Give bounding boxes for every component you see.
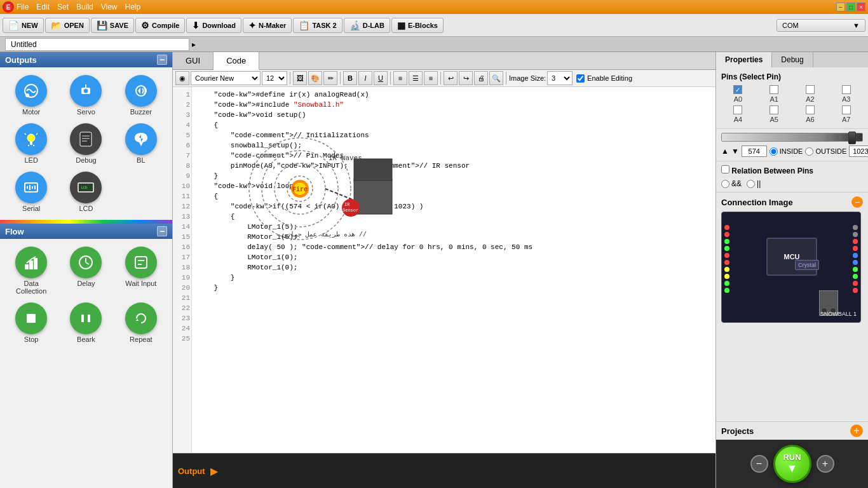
value-input[interactable] [742, 146, 767, 157]
flow-item-repeat[interactable]: Repeat [115, 300, 167, 346]
flow-item-stop[interactable]: Stop [5, 300, 57, 346]
file-tab-icon[interactable]: ▸ [192, 40, 196, 49]
tab-debug[interactable]: Debug [772, 52, 813, 67]
pin-item-a2[interactable]: A2 [794, 85, 827, 103]
relation-checkbox[interactable] [721, 165, 729, 173]
dlab-button[interactable]: 🔬 D-LAB [344, 18, 390, 33]
italic-button[interactable]: I [358, 71, 372, 85]
align-right-button[interactable]: ≡ [424, 71, 438, 85]
value-slider[interactable] [721, 133, 863, 142]
close-button[interactable]: × [857, 3, 865, 11]
align-left-button[interactable]: ≡ [393, 71, 407, 85]
save-icon: 💾 [97, 20, 107, 30]
redo-button[interactable]: ↪ [459, 71, 473, 85]
val-down-arrow[interactable]: ▼ [731, 147, 739, 156]
outside-radio[interactable] [805, 147, 813, 156]
run-minus-button[interactable]: − [750, 455, 768, 473]
pipe-pipe-radio[interactable] [747, 180, 755, 188]
pin-item-a5[interactable]: A5 [757, 105, 791, 123]
projects-add-button[interactable]: + [850, 424, 863, 437]
insert-image-button[interactable]: 🖼 [293, 71, 307, 85]
menu-build[interactable]: Build [76, 3, 93, 11]
output-item-servo[interactable]: Servo [60, 72, 112, 118]
flow-item-beark[interactable]: Beark [60, 300, 112, 346]
fmt-marker-button[interactable]: ◉ [175, 71, 189, 85]
pin-checkbox-a0[interactable] [733, 85, 742, 94]
connection-collapse-button[interactable]: − [851, 196, 863, 208]
file-name-input[interactable] [5, 38, 189, 51]
output-item-buzzer[interactable]: Buzzer [115, 72, 167, 118]
search-button[interactable]: 🔍 [489, 71, 503, 85]
menu-file[interactable]: File [17, 3, 29, 11]
pin-item-a4[interactable]: A4 [721, 105, 755, 123]
pin-item-a3[interactable]: A3 [829, 85, 863, 103]
outputs-collapse-button[interactable]: − [157, 55, 167, 65]
new-button[interactable]: 📄 NEW [3, 18, 44, 33]
minimize-button[interactable]: − [836, 3, 845, 11]
undo-button[interactable]: ↩ [444, 71, 458, 85]
enable-editing-checkbox[interactable] [576, 74, 585, 83]
pin-checkbox-a6[interactable] [806, 105, 815, 114]
pin-checkbox-a7[interactable] [842, 105, 851, 114]
download-icon: ⬇ [192, 20, 200, 30]
print-button[interactable]: 🖨 [474, 71, 488, 85]
projects-title: Projects [721, 426, 754, 436]
pin-checkbox-a5[interactable] [770, 105, 778, 114]
eblocks-button[interactable]: ▦ E-Blocks [391, 18, 444, 33]
val-up-arrow[interactable]: ▲ [721, 147, 729, 156]
tab-properties[interactable]: Properties [716, 52, 772, 67]
compile-icon: ⚙ [141, 20, 149, 30]
menu-help[interactable]: Help [125, 3, 141, 11]
output-item-led[interactable]: LED [5, 121, 57, 166]
output-item-serial[interactable]: Serial [5, 169, 57, 215]
task2-button[interactable]: 📋 TASK 2 [293, 18, 342, 33]
save-button[interactable]: 💾 SAVE [91, 18, 134, 33]
color-button[interactable]: 🎨 [308, 71, 322, 85]
tab-gui[interactable]: GUI [173, 52, 214, 69]
download-button[interactable]: ⬇ Download [186, 18, 241, 33]
pin-item-a1[interactable]: A1 [757, 85, 791, 103]
pin-checkbox-a1[interactable] [770, 85, 778, 94]
compile-button[interactable]: ⚙ Compile [135, 18, 185, 33]
flow-item-waitinput[interactable]: Wait Input [115, 244, 167, 297]
font-family-select[interactable]: Courier New [191, 71, 261, 85]
svg-text:Fire: Fire [292, 186, 308, 193]
bold-button[interactable]: B [343, 71, 357, 85]
max-value-input[interactable] [849, 146, 868, 157]
flow-item-datacollection[interactable]: Data Collection [5, 244, 57, 297]
pin-checkbox-a2[interactable] [806, 85, 815, 94]
output-item-lcd[interactable]: LCD LCD [60, 169, 112, 215]
output-item-debug[interactable]: Debug [60, 121, 112, 166]
menu-set[interactable]: Set [57, 3, 69, 11]
underline-button[interactable]: U [374, 71, 388, 85]
right-panel: Properties Debug Pins (Select Pin) A0 A1… [715, 52, 868, 488]
tab-code[interactable]: Code [214, 52, 259, 70]
nmaker-button[interactable]: ✦ N-Maker [243, 18, 292, 33]
inside-radio[interactable] [770, 147, 778, 156]
flow-collapse-button[interactable]: − [157, 226, 167, 236]
run-plus-button[interactable]: + [817, 455, 834, 473]
output-item-motor[interactable]: Motor [5, 72, 57, 118]
menu-view[interactable]: View [101, 3, 118, 11]
font-size-select[interactable]: 12 [262, 71, 287, 85]
pencil-button[interactable]: ✏ [323, 71, 337, 85]
output-item-bl[interactable]: BL [115, 121, 167, 166]
run-button[interactable]: RUN ▼ [773, 445, 811, 483]
open-button[interactable]: 📂 OPEN [45, 18, 90, 33]
slider-thumb[interactable] [848, 132, 856, 144]
and-and-radio[interactable] [721, 180, 729, 188]
align-center-button[interactable]: ☰ [409, 71, 423, 85]
pin-item-a7[interactable]: A7 [829, 105, 863, 123]
image-size-select[interactable]: 3 [547, 71, 573, 85]
code-content[interactable]: "code-kw">#define ir(x) analogRead(x) "c… [192, 87, 715, 453]
com-dropdown[interactable]: COM ▼ [776, 19, 865, 32]
maximize-button[interactable]: □ [846, 3, 855, 11]
pin-item-a0[interactable]: A0 [721, 85, 755, 103]
pin-item-a6[interactable]: A6 [794, 105, 827, 123]
flow-item-delay[interactable]: Delay [60, 244, 112, 297]
lcd-label: LCD [79, 205, 93, 212]
pin-checkbox-a4[interactable] [733, 105, 742, 114]
pin-checkbox-a3[interactable] [842, 85, 851, 94]
code-area[interactable]: 1234567891011121314151617181920212223242… [173, 87, 715, 453]
menu-edit[interactable]: Edit [36, 3, 50, 11]
